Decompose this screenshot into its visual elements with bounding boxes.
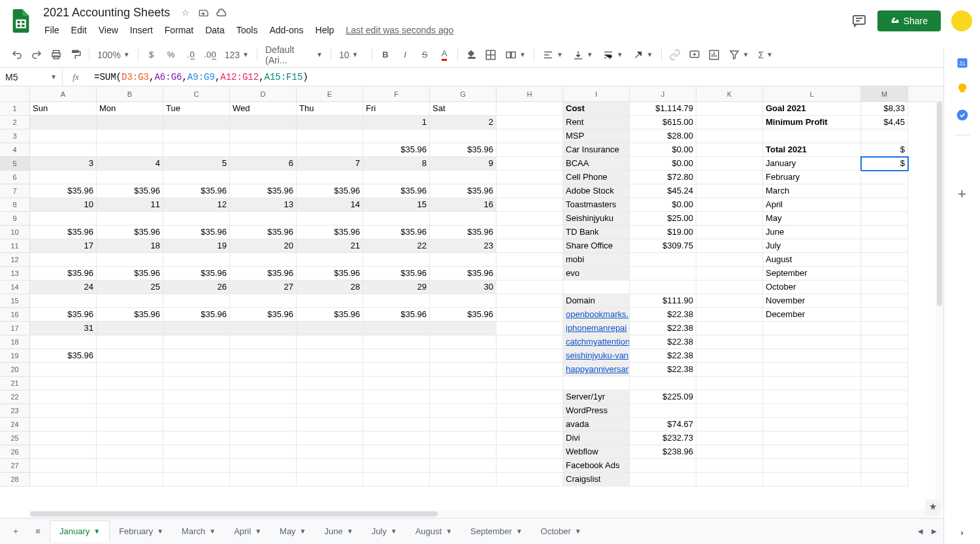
cell-A11[interactable]: 17 [30,239,97,253]
cell-H23[interactable] [497,404,563,418]
cell-F9[interactable] [363,212,430,226]
cell-C27[interactable] [163,459,230,473]
cell-H9[interactable] [497,212,563,226]
cell-D4[interactable] [230,143,297,157]
cell-C16[interactable]: $35.96 [163,308,230,322]
cell-B4[interactable] [97,143,163,157]
cell-G25[interactable] [430,432,497,445]
cell-E24[interactable] [297,418,363,432]
cell-H2[interactable] [497,116,563,129]
cell-I21[interactable] [563,377,630,390]
cell-M20[interactable] [861,363,908,377]
cell-G6[interactable] [430,171,497,184]
cell-L10[interactable]: June [763,226,861,239]
cell-L19[interactable] [763,349,861,363]
cell-H27[interactable] [497,459,563,473]
paint-format-button[interactable] [67,46,85,64]
cell-D20[interactable] [230,363,297,377]
cell-J16[interactable]: $22.38 [630,308,696,322]
cell-K28[interactable] [696,473,763,486]
sheet-tab-january[interactable]: January▼ [50,520,110,541]
cell-L26[interactable] [763,445,861,459]
cell-G26[interactable] [430,445,497,459]
col-header-K[interactable]: K [696,86,763,101]
cell-H24[interactable] [497,418,563,432]
cell-M10[interactable] [861,226,908,239]
cell-H6[interactable] [497,171,563,184]
cell-G13[interactable]: $35.96 [430,267,497,280]
cell-I23[interactable]: WordPress [563,404,630,418]
cell-F11[interactable]: 22 [363,239,430,253]
cell-K19[interactable] [696,349,763,363]
cell-G14[interactable]: 30 [430,280,497,294]
strikethrough-button[interactable]: S [416,46,434,64]
cell-M5[interactable]: $ [861,157,908,171]
cell-C15[interactable] [163,294,230,308]
cell-I15[interactable]: Domain [563,294,630,308]
cell-L3[interactable] [763,129,861,143]
cell-B10[interactable]: $35.96 [97,226,163,239]
cell-J13[interactable] [630,267,696,280]
decrease-decimal-button[interactable]: .0̲ [182,46,200,64]
explore-button[interactable] [925,500,941,515]
cell-A23[interactable] [30,404,97,418]
cell-B3[interactable] [97,129,163,143]
cell-L24[interactable] [763,418,861,432]
cell-C4[interactable] [163,143,230,157]
cell-F6[interactable] [363,171,430,184]
cell-J22[interactable]: $225.09 [630,390,696,404]
sheet-tab-april[interactable]: April▼ [225,521,270,541]
row-header-2[interactable]: 2 [0,116,30,129]
cell-F16[interactable]: $35.96 [363,308,430,322]
cell-H15[interactable] [497,294,563,308]
cell-J5[interactable]: $0.00 [630,157,696,171]
cell-E26[interactable] [297,445,363,459]
cell-A2[interactable] [30,116,97,129]
cell-K12[interactable] [696,253,763,267]
sheet-tab-may[interactable]: May▼ [270,521,315,541]
cell-I11[interactable]: Share Office [563,239,630,253]
cell-J18[interactable]: $22.38 [630,335,696,349]
col-header-H[interactable]: H [497,86,563,101]
cell-C19[interactable] [163,349,230,363]
cell-J2[interactable]: $615.00 [630,116,696,129]
cell-D28[interactable] [230,473,297,486]
cell-I5[interactable]: BCAA [563,157,630,171]
cell-L15[interactable]: November [763,294,861,308]
cell-L28[interactable] [763,473,861,486]
cell-F24[interactable] [363,418,430,432]
cell-J27[interactable] [630,459,696,473]
cell-F12[interactable] [363,253,430,267]
cell-C12[interactable] [163,253,230,267]
cell-A21[interactable] [30,377,97,390]
row-header-24[interactable]: 24 [0,418,30,432]
cell-D7[interactable]: $35.96 [230,184,297,198]
halign-dropdown[interactable]: ▼ [538,46,567,63]
cell-K10[interactable] [696,226,763,239]
cell-H26[interactable] [497,445,563,459]
cell-F20[interactable] [363,363,430,377]
cell-K4[interactable] [696,143,763,157]
cell-M22[interactable] [861,390,908,404]
hide-side-panel-button[interactable]: › [956,526,969,539]
cell-L5[interactable]: January [763,157,861,171]
cell-L20[interactable] [763,363,861,377]
cell-B1[interactable]: Mon [97,102,163,116]
functions-dropdown[interactable]: Σ▼ [754,47,777,63]
row-headers[interactable]: 1234567891011121314151617181920212223242… [0,102,30,486]
cell-D11[interactable]: 20 [230,239,297,253]
cell-M26[interactable] [861,445,908,459]
cell-B21[interactable] [97,377,163,390]
row-header-8[interactable]: 8 [0,198,30,212]
cell-J1[interactable]: $1,114.79 [630,102,696,116]
cell-I16[interactable]: openbookmarks. [563,308,630,322]
cell-H13[interactable] [497,267,563,280]
cell-J25[interactable]: $232.73 [630,432,696,445]
cell-J28[interactable] [630,473,696,486]
cell-H10[interactable] [497,226,563,239]
cell-M28[interactable] [861,473,908,486]
cell-F23[interactable] [363,404,430,418]
cell-M2[interactable]: $4,45 [861,116,908,129]
row-header-12[interactable]: 12 [0,253,30,267]
cell-H19[interactable] [497,349,563,363]
